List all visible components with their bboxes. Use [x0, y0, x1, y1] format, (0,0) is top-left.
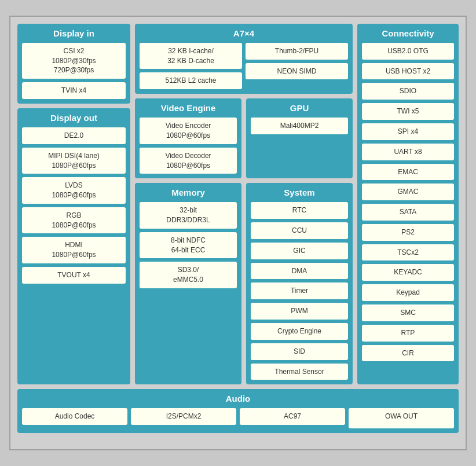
a7-inner: 32 KB I-cache/32 KB D-cache 512KB L2 cac…: [140, 43, 348, 89]
a7-title: A7×4: [140, 28, 348, 38]
audio-item-0: Audio Codec: [22, 408, 127, 425]
conn-item-8: SATA: [362, 204, 454, 221]
a7-item-right-1: NEON SIMD: [246, 63, 348, 80]
conn-item-11: KEYADC: [362, 264, 454, 281]
video-engine-title: Video Engine: [140, 103, 237, 113]
a7-section: A7×4 32 KB I-cache/32 KB D-cache 512KB L…: [135, 24, 353, 94]
conn-item-13: SMC: [362, 304, 454, 321]
a7-item-left-1: 512KB L2 cache: [140, 72, 242, 89]
a7-item-left-0: 32 KB I-cache/32 KB D-cache: [140, 43, 242, 69]
system-item-5: PWM: [251, 303, 348, 320]
audio-item-1: I2S/PCMx2: [131, 408, 236, 425]
conn-item-9: PS2: [362, 224, 454, 241]
system-item-3: DMA: [251, 263, 348, 280]
display-in-item-0: CSI x21080P@30fps720P@30fps: [22, 43, 126, 79]
connectivity-section: Connectivity USB2.0 OTG USB HOST x2 SDIO…: [357, 24, 459, 385]
a7-item-right-0: Thumb-2/FPU: [246, 43, 348, 60]
memory-item-1: 8-bit NDFC64-bit ECC: [140, 232, 237, 259]
display-in-item-1: TVIN x4: [22, 82, 126, 99]
system-item-4: Timer: [251, 282, 348, 299]
audio-inner: Audio Codec I2S/PCMx2 AC97 OWA OUT: [22, 408, 454, 428]
audio-title: Audio: [22, 394, 454, 403]
conn-item-7: GMAC: [362, 184, 454, 200]
display-out-item-0: DE2.0: [22, 127, 126, 144]
video-engine-section: Video Engine Video Encoder1080P@60fps Vi…: [135, 98, 241, 178]
connectivity-title: Connectivity: [362, 28, 454, 38]
system-item-1: CCU: [251, 222, 348, 239]
display-out-item-1: MIPI DSI(4 lane)1080P@60fps: [22, 148, 126, 174]
display-out-section: Display out DE2.0 MIPI DSI(4 lane)1080P@…: [17, 108, 130, 385]
conn-item-12: Keypad: [362, 284, 454, 301]
display-out-item-3: RGB1080P@60fps: [22, 207, 126, 234]
gpu-section: GPU Mali400MP2: [246, 98, 353, 178]
memory-title: Memory: [140, 188, 237, 197]
display-in-section: Display in CSI x21080P@30fps720P@30fps T…: [17, 24, 130, 104]
conn-item-10: TSCx2: [362, 244, 454, 261]
memory-system-row: Memory 32-bitDDR3/DDR3L 8-bit NDFC64-bit…: [135, 183, 353, 384]
audio-section: Audio Audio Codec I2S/PCMx2 AC97 OWA OUT: [17, 389, 459, 433]
conn-item-6: EMAC: [362, 164, 454, 181]
display-in-title: Display in: [22, 28, 126, 38]
conn-item-5: UART x8: [362, 144, 454, 160]
gpu-title: GPU: [251, 103, 348, 113]
system-item-0: RTC: [251, 202, 348, 219]
conn-item-0: USB2.0 OTG: [362, 43, 454, 60]
display-out-title: Display out: [22, 113, 126, 123]
display-out-item-4: HDMI1080P@60fps: [22, 237, 126, 263]
memory-section: Memory 32-bitDDR3/DDR3L 8-bit NDFC64-bit…: [135, 183, 241, 384]
video-gpu-row: Video Engine Video Encoder1080P@60fps Vi…: [135, 98, 353, 178]
video-encoder-box: Video Encoder1080P@60fps: [140, 118, 237, 144]
system-title: System: [251, 188, 348, 197]
video-decoder-box: Video Decoder1080P@60fps: [140, 148, 237, 174]
conn-item-4: SPI x4: [362, 123, 454, 140]
memory-item-2: SD3.0/eMMC5.0: [140, 262, 237, 288]
audio-item-3: OWA OUT: [349, 408, 454, 428]
conn-item-2: SDIO: [362, 83, 454, 100]
middle-column: A7×4 32 KB I-cache/32 KB D-cache 512KB L…: [135, 24, 353, 385]
system-item-6: Crypto Engine: [251, 323, 348, 340]
display-out-item-2: LVDS1080P@60fps: [22, 177, 126, 204]
conn-item-15: CIR: [362, 345, 454, 362]
system-item-8: Thermal Sensor: [251, 364, 348, 380]
memory-item-0: 32-bitDDR3/DDR3L: [140, 202, 237, 229]
display-out-item-5: TVOUT x4: [22, 267, 126, 284]
system-item-2: GIC: [251, 243, 348, 259]
gpu-item-0: Mali400MP2: [251, 118, 348, 134]
conn-item-3: TWI x5: [362, 103, 454, 120]
left-column: Display in CSI x21080P@30fps720P@30fps T…: [17, 24, 130, 385]
audio-item-2: AC97: [240, 408, 345, 425]
system-item-7: SID: [251, 343, 348, 360]
chip-diagram: Display in CSI x21080P@30fps720P@30fps T…: [9, 16, 467, 451]
conn-item-1: USB HOST x2: [362, 63, 454, 80]
connectivity-column: Connectivity USB2.0 OTG USB HOST x2 SDIO…: [357, 24, 459, 385]
conn-item-14: RTP: [362, 325, 454, 342]
system-section: System RTC CCU GIC DMA Timer PWM Crypto …: [246, 183, 353, 384]
